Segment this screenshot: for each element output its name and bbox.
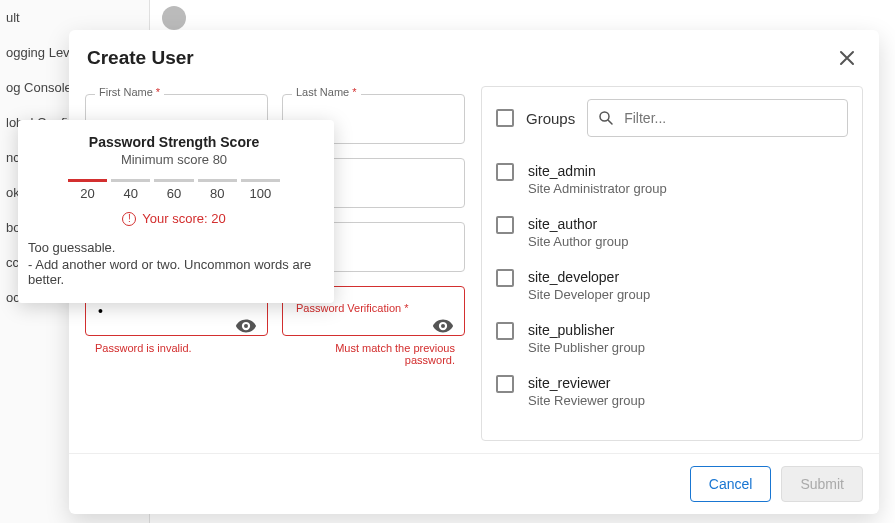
strength-segment-label: 20 [68, 186, 107, 201]
group-desc: Site Administrator group [528, 181, 667, 196]
password-helper: Password is invalid. [85, 342, 268, 354]
group-desc: Site Reviewer group [528, 393, 645, 408]
close-button[interactable] [833, 44, 861, 72]
strength-segment-label: 40 [111, 186, 150, 201]
strength-labels: 20406080100 [68, 186, 280, 201]
group-checkbox[interactable] [496, 322, 514, 340]
strength-segment-label: 100 [241, 186, 280, 201]
modal-title: Create User [87, 47, 194, 69]
strength-segment [154, 179, 193, 182]
group-name: site_reviewer [528, 375, 645, 391]
toggle-password-visibility-button[interactable] [232, 312, 260, 340]
group-row[interactable]: site_developerSite Developer group [482, 259, 862, 312]
modal-header: Create User [69, 30, 879, 86]
group-row[interactable]: site_authorSite Author group [482, 206, 862, 259]
group-text: site_adminSite Administrator group [528, 163, 667, 196]
filter-wrap [587, 99, 848, 137]
group-checkbox[interactable] [496, 375, 514, 393]
group-name: site_admin [528, 163, 667, 179]
group-name: site_author [528, 216, 628, 232]
group-desc: Site Publisher group [528, 340, 645, 355]
group-row[interactable]: site_publisherSite Publisher group [482, 312, 862, 365]
strength-segment [68, 179, 107, 182]
strength-bar [68, 179, 280, 182]
eye-icon [235, 315, 257, 337]
password-verify-helper: Must match the previous password. [282, 342, 465, 366]
group-text: site_authorSite Author group [528, 216, 628, 249]
strength-segment [198, 179, 237, 182]
password-strength-popover: Password Strength Score Minimum score 80… [18, 120, 334, 303]
svg-point-0 [244, 324, 248, 328]
last-name-label: Last Name * [292, 86, 361, 98]
popover-hint: - Add another word or two. Uncommon word… [28, 257, 320, 287]
group-name: site_developer [528, 269, 650, 285]
groups-filter-input[interactable] [587, 99, 848, 137]
password-verify-label: Password Verification * [292, 302, 413, 314]
groups-panel: Groups site_adminSite Administrator grou… [481, 86, 863, 441]
modal-footer: Cancel Submit [69, 453, 879, 514]
strength-segment-label: 80 [198, 186, 237, 201]
popover-message: Too guessable. [28, 240, 320, 255]
group-checkbox[interactable] [496, 163, 514, 181]
svg-line-3 [608, 120, 612, 124]
groups-header: Groups [482, 87, 862, 149]
search-icon [597, 109, 615, 127]
group-checkbox[interactable] [496, 216, 514, 234]
group-desc: Site Developer group [528, 287, 650, 302]
eye-icon [432, 315, 454, 337]
strength-segment [111, 179, 150, 182]
group-checkbox[interactable] [496, 269, 514, 287]
select-all-groups-checkbox[interactable] [496, 109, 514, 127]
warning-icon: ! [122, 212, 136, 226]
group-name: site_publisher [528, 322, 645, 338]
group-row[interactable]: site_adminSite Administrator group [482, 153, 862, 206]
toggle-password-verify-visibility-button[interactable] [429, 312, 457, 340]
cancel-button[interactable]: Cancel [690, 466, 772, 502]
svg-point-2 [600, 112, 609, 121]
score-line: ! Your score: 20 [28, 211, 320, 226]
groups-list[interactable]: site_adminSite Administrator groupsite_a… [482, 149, 862, 440]
popover-subtitle: Minimum score 80 [28, 152, 320, 167]
groups-label: Groups [526, 110, 575, 127]
group-text: site_developerSite Developer group [528, 269, 650, 302]
first-name-label: First Name * [95, 86, 164, 98]
group-desc: Site Author group [528, 234, 628, 249]
group-text: site_reviewerSite Reviewer group [528, 375, 645, 408]
group-text: site_publisherSite Publisher group [528, 322, 645, 355]
group-row[interactable]: site_reviewerSite Reviewer group [482, 365, 862, 418]
submit-button: Submit [781, 466, 863, 502]
close-icon [838, 49, 856, 67]
popover-title: Password Strength Score [28, 134, 320, 150]
strength-segment-label: 60 [154, 186, 193, 201]
score-text: Your score: 20 [142, 211, 225, 226]
svg-point-1 [441, 324, 445, 328]
strength-segment [241, 179, 280, 182]
